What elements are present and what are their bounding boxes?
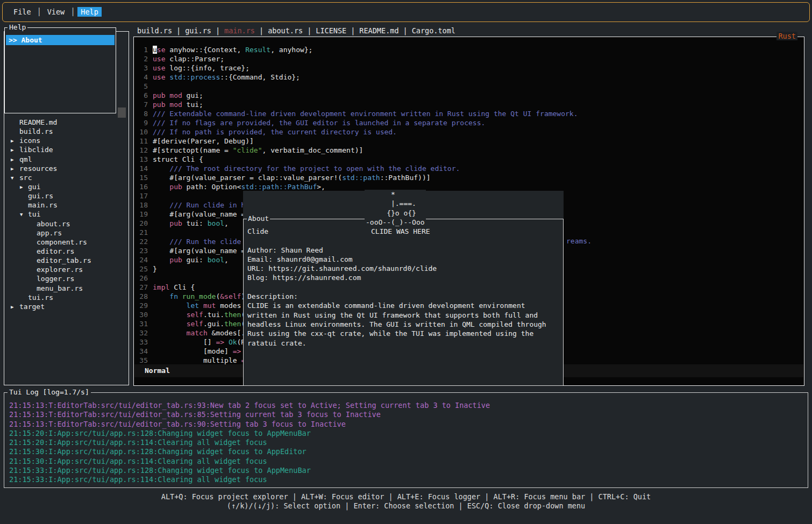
tree-item-label: qml: [19, 155, 32, 163]
tree-item-gui-rs[interactable]: gui.rs: [4, 192, 128, 201]
menu-item-view[interactable]: View: [44, 7, 68, 17]
owl-ascii-art: * |.===. {}o o{} -ooO--(_)--Ooo: [365, 190, 426, 227]
tree-item-icons[interactable]: ▶icons: [4, 137, 128, 146]
code-line[interactable]: 10/// If no path is provided, the curren…: [136, 127, 578, 137]
about-text-line: headless Linux environments. The GUI is …: [247, 320, 560, 329]
tree-item-editor-tab-rs[interactable]: editor_tab.rs: [4, 256, 128, 265]
log-entry: 21:15:30:I:App:src/tui/app.rs:114:Cleari…: [9, 457, 490, 466]
tree-item-label: tui.rs: [28, 293, 53, 302]
code-line[interactable]: 15 #[arg(value_parser = clap::value_pars…: [136, 173, 578, 182]
chevron-collapsed-icon: ▶: [11, 138, 13, 143]
editor-tab-cargo-toml[interactable]: Cargo.toml: [412, 26, 455, 35]
tree-item-resources[interactable]: ▶resources: [4, 164, 128, 174]
log-entry: 21:15:30:I:App:src/tui/app.rs:128:Changi…: [9, 447, 490, 456]
tree-item-app-rs[interactable]: app.rs: [4, 229, 128, 238]
editor-tab-about-rs[interactable]: about.rs: [268, 26, 303, 35]
line-number: 13: [136, 155, 148, 164]
editor-tab-build-rs[interactable]: build.rs: [137, 26, 172, 35]
editor-tab-gui-rs[interactable]: gui.rs: [185, 26, 211, 35]
about-text-line: Rust using the cxx-qt crate, while the T…: [247, 329, 560, 338]
code-line[interactable]: 3use log::{info, trace};: [136, 63, 578, 73]
tree-item-label: explorer.rs: [37, 265, 83, 274]
editor-tab-main-rs[interactable]: main.rs: [224, 26, 255, 35]
line-number: 19: [136, 210, 148, 219]
chevron-collapsed-icon: ▶: [11, 157, 13, 162]
log-entry: 21:15:20:I:App:src/tui/app.rs:128:Changi…: [9, 429, 490, 438]
menu-item-file[interactable]: File: [10, 7, 34, 17]
shortcut-help-line-2: (↑/k)/(↓/j): Select option | Enter: Choo…: [0, 501, 812, 511]
menu-item-help[interactable]: Help: [77, 7, 102, 17]
line-number: 17: [136, 191, 148, 200]
line-number: 14: [136, 164, 148, 173]
menu-option-about[interactable]: >> About: [6, 35, 115, 45]
about-text-line: CLIDE is an extendable command-line driv…: [247, 301, 560, 310]
chevron-expanded-icon: ▼: [11, 175, 13, 181]
editor-mode-label: Normal: [145, 367, 170, 375]
about-popup: * |.===. {}o o{} -ooO--(_)--Ooo About Cl…: [243, 191, 564, 386]
line-number: 3: [136, 63, 148, 73]
log-panel-title: Tui Log [log=1.7/s]: [8, 388, 91, 396]
tree-item-tui[interactable]: ▼tui: [4, 210, 128, 219]
code-line[interactable]: 5: [136, 82, 578, 91]
line-number: 24: [136, 255, 148, 264]
tab-separator: |: [259, 26, 263, 35]
tree-item-label: menu_bar.rs: [37, 284, 83, 292]
code-line[interactable]: 2use clap::Parser;: [136, 54, 578, 63]
code-line[interactable]: 8/// Extendable command-line driven deve…: [136, 109, 578, 118]
tree-item-label: target: [19, 303, 45, 311]
tab-separator: |: [216, 26, 220, 35]
line-number: 35: [136, 356, 148, 365]
tree-item-label: logger.rs: [37, 275, 74, 283]
line-number: 21: [136, 228, 148, 237]
tree-item-label: libclide: [19, 146, 53, 154]
line-number: 6: [136, 91, 148, 100]
line-number: 28: [136, 292, 148, 301]
line-number: 2: [136, 54, 148, 63]
tree-item-label: build.rs: [19, 127, 53, 135]
editor-tab-license[interactable]: LICENSE: [316, 26, 346, 35]
tree-item-explorer-rs[interactable]: explorer.rs: [4, 265, 128, 275]
line-number: 7: [136, 100, 148, 109]
scrollbar-thumb[interactable]: [118, 107, 126, 118]
code-line[interactable]: 6pub mod gui;: [136, 91, 578, 100]
tree-item-component-rs[interactable]: component.rs: [4, 238, 128, 247]
line-number: 10: [136, 127, 148, 137]
tree-item-tui-rs[interactable]: tui.rs: [4, 293, 128, 303]
tree-item-readme-md[interactable]: README.md: [4, 118, 128, 127]
tree-item-label: about.rs: [37, 220, 70, 228]
tree-item-qml[interactable]: ▶qml: [4, 155, 128, 164]
tree-item-editor-rs[interactable]: editor.rs: [4, 247, 128, 256]
shortcut-help-bar: ALT+Q: Focus project explorer | ALT+W: F…: [0, 492, 812, 511]
tab-separator: |: [176, 26, 181, 35]
line-number: 26: [136, 274, 148, 283]
code-line[interactable]: 9/// If no flags are provided, the GUI e…: [136, 118, 578, 127]
tree-item-main-rs[interactable]: main.rs: [4, 201, 128, 210]
about-text-line: URL: https://git.shaunreed.com/shaunrd0/…: [247, 264, 560, 273]
line-number: 4: [136, 73, 148, 82]
tree-item-src[interactable]: ▼src: [4, 174, 128, 183]
line-number: 31: [136, 319, 148, 328]
editor-tab-readme-md[interactable]: README.md: [359, 26, 398, 35]
tree-item-label: component.rs: [37, 238, 87, 246]
tree-item-about-rs[interactable]: about.rs: [4, 220, 128, 229]
tree-item-build-rs[interactable]: build.rs: [4, 127, 128, 137]
code-line[interactable]: 1use anyhow::{Context, Result, anyhow};: [136, 45, 578, 54]
tree-item-label: README.md: [19, 118, 57, 126]
code-line[interactable]: 13struct Cli {: [136, 155, 578, 164]
help-dropdown-title: Help: [8, 23, 27, 31]
code-line[interactable]: 11#[derive(Parser, Debug)]: [136, 137, 578, 146]
tree-item-target[interactable]: ▶target: [4, 303, 128, 312]
code-line[interactable]: 14 /// The root directory for the projec…: [136, 164, 578, 173]
tree-item-libclide[interactable]: ▶libclide: [4, 146, 128, 155]
tree-item-menu-bar-rs[interactable]: menu_bar.rs: [4, 284, 128, 293]
code-line[interactable]: 16 pub path: Option<std::path::PathBuf>,: [136, 182, 578, 191]
about-text-line: Blog: https://shaunreed.com: [247, 273, 560, 282]
tree-item-gui[interactable]: ▶gui: [4, 183, 128, 192]
line-number: 1: [136, 45, 148, 54]
tree-item-logger-rs[interactable]: logger.rs: [4, 275, 128, 284]
code-line[interactable]: 7pub mod tui;: [136, 100, 578, 109]
code-line[interactable]: 12#[structopt(name = "clide", verbatim_d…: [136, 146, 578, 155]
code-line[interactable]: 4use std::process::{Command, Stdio};: [136, 73, 578, 82]
chevron-collapsed-icon: ▶: [11, 147, 13, 153]
about-header-row: Clide CLIDE WAS HERE: [247, 227, 560, 236]
